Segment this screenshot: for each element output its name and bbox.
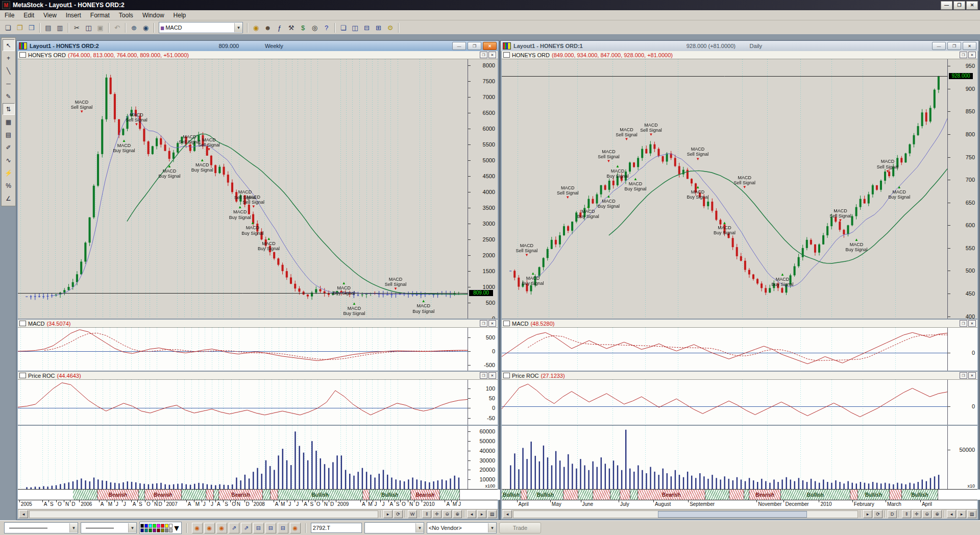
zoom-in-icon[interactable]: ⊕ <box>933 510 942 518</box>
context-help-icon[interactable]: ? <box>321 22 332 33</box>
chart-window-weekly[interactable]: Layout1 - HONEYS ORD:2 809.000 Weekly — … <box>16 40 499 520</box>
pane-restore-button[interactable]: ❐ <box>960 320 967 327</box>
pane-restore-button[interactable]: ❐ <box>480 372 487 379</box>
menu-format[interactable]: Format <box>86 11 114 20</box>
color-swatch[interactable] <box>140 524 144 528</box>
page-right-icon[interactable]: ▸ <box>477 510 486 518</box>
menu-tools[interactable]: Tools <box>114 11 138 20</box>
window-restore-button[interactable]: ❐ <box>468 42 481 50</box>
print-preview-icon[interactable]: ▥ <box>54 22 66 33</box>
layout-list-icon[interactable]: ▤ <box>487 510 497 518</box>
pane-close-button[interactable]: ✕ <box>968 52 976 58</box>
line-weight-combo[interactable]: ▼ <box>81 522 137 533</box>
page-left-icon[interactable]: ◂ <box>947 510 956 518</box>
print-icon[interactable]: ▤ <box>42 22 54 33</box>
color-swatch[interactable] <box>161 524 164 528</box>
page-right-icon[interactable]: ▸ <box>957 510 966 518</box>
macd-axis[interactable]: 5000-500 <box>468 328 498 371</box>
find-binoculars-icon[interactable]: ◎ <box>309 22 321 33</box>
crosshair-icon[interactable]: ⊕ <box>128 22 140 33</box>
chart-window-daily[interactable]: Layout1 - HONEYS ORD:1 928.000 (+81.0000… <box>500 40 979 520</box>
color-swatch[interactable] <box>165 528 168 532</box>
menu-edit[interactable]: Edit <box>19 11 39 20</box>
play-icon[interactable]: ▸ <box>863 510 872 518</box>
open-folder-icon[interactable]: ❐ <box>14 22 26 33</box>
fit-vertical-icon[interactable]: ⇕ <box>902 510 911 518</box>
menu-help[interactable]: Help <box>169 11 191 20</box>
menu-window[interactable]: Window <box>138 11 169 20</box>
window-close-button[interactable]: ✕ <box>963 42 976 50</box>
macd-axis[interactable]: 0 <box>947 328 977 371</box>
trendline-tool[interactable]: ╲ <box>3 65 15 77</box>
color-swatch[interactable] <box>161 528 164 532</box>
undo-icon[interactable]: ↶ <box>111 22 123 33</box>
page-left-icon[interactable]: ◂ <box>467 510 476 518</box>
price-chart[interactable]: MACDSell Signal▼▲MACDBuy SignalMACDSell … <box>502 59 947 319</box>
study-grid-alt-tool[interactable]: ▤ <box>3 129 15 140</box>
color-picker-combo[interactable]: ▼ <box>139 522 182 534</box>
pane-restore-button[interactable]: ❐ <box>480 320 487 327</box>
order-arrows-tool[interactable]: ⇅ <box>3 103 15 115</box>
pane-close-button[interactable]: ✕ <box>488 320 496 327</box>
tile-grid-icon[interactable]: ⊞ <box>373 22 384 33</box>
volume-chart[interactable] <box>18 426 468 489</box>
window-close-button[interactable]: ✕ <box>483 42 497 50</box>
color-swatch[interactable] <box>149 524 152 528</box>
open-chart-icon[interactable]: ⇗ <box>229 523 239 533</box>
indicator-quicklist-combo[interactable]: ▆MACD▼ <box>159 22 243 33</box>
zoom-in-icon[interactable]: ⊕ <box>453 510 462 518</box>
roc-chart[interactable] <box>502 380 947 425</box>
pane-icon[interactable] <box>19 373 26 378</box>
window-minimize-button[interactable]: — <box>932 42 946 50</box>
angle-tool[interactable]: ∠ <box>3 192 15 204</box>
roc-axis[interactable]: 0 <box>947 380 977 425</box>
color-swatch[interactable] <box>157 528 160 532</box>
zigzag-tool[interactable]: ∿ <box>3 154 15 166</box>
news-icon[interactable]: ◉ <box>216 523 227 533</box>
pane-icon[interactable] <box>503 373 510 378</box>
horizontal-line-tool[interactable]: ─ <box>3 78 15 89</box>
date-axis[interactable]: AprilMayJuneJulyAugustSeptemberNovemberD… <box>502 500 977 509</box>
color-swatch[interactable] <box>165 524 168 528</box>
system-tester-icon[interactable]: ⚒ <box>285 22 297 33</box>
menu-insert[interactable]: Insert <box>61 11 86 20</box>
color-swatch[interactable] <box>153 524 156 528</box>
crosshair-tool[interactable]: + <box>3 52 15 64</box>
app-maximize-button[interactable]: ❐ <box>953 1 965 10</box>
menu-file[interactable]: File <box>0 11 19 20</box>
color-swatch[interactable] <box>153 528 156 532</box>
downloader-icon[interactable]: $ <box>297 22 309 33</box>
color-swatch[interactable] <box>157 524 160 528</box>
scroll-left-button[interactable]: ◂ <box>503 510 512 518</box>
pane-icon[interactable] <box>19 52 26 58</box>
layout-list-icon[interactable]: ▤ <box>967 510 976 518</box>
price-chart[interactable]: MACDSell Signal▼MACDSell Signal▼▲MACDBuy… <box>18 59 468 319</box>
expert-advisor-icon[interactable]: ☻ <box>262 22 274 33</box>
macd-chart[interactable] <box>502 328 947 371</box>
tile-vertical-icon[interactable]: ◫ <box>349 22 361 33</box>
pane-close-button[interactable]: ✕ <box>968 320 976 327</box>
pane-icon[interactable] <box>503 52 510 58</box>
window-restore-button[interactable]: ❐ <box>947 42 961 50</box>
percent-tool[interactable]: % <box>3 180 15 191</box>
tile-panel-icon-2[interactable]: ⊟ <box>265 523 276 533</box>
scroll-left-button[interactable]: ◂ <box>19 510 28 518</box>
app-minimize-button[interactable]: — <box>941 1 952 10</box>
pane-icon[interactable] <box>503 321 510 326</box>
pencil-tool[interactable]: ✐ <box>3 141 15 153</box>
paste-icon[interactable]: ▣ <box>94 22 106 33</box>
horizontal-scrollbar[interactable] <box>29 510 378 518</box>
pane-close-button[interactable]: ✕ <box>968 372 976 379</box>
copy-icon[interactable]: ◫ <box>83 22 94 33</box>
save-icon[interactable]: ❒ <box>26 22 37 33</box>
web-online-icon[interactable]: ◉ <box>290 523 301 533</box>
roc-axis[interactable]: 100500-50 <box>468 380 498 425</box>
volume-chart[interactable] <box>502 426 947 489</box>
new-chart-icon[interactable]: ❏ <box>2 22 14 33</box>
color-swatch[interactable] <box>169 524 173 528</box>
study-grid-tool[interactable]: ▦ <box>3 116 15 128</box>
zoom-out-icon[interactable]: ⊖ <box>443 510 452 518</box>
indicator-builder-icon[interactable]: ƒ <box>274 22 285 33</box>
zoom-out-icon[interactable]: ⊖ <box>922 510 932 518</box>
tile-horizontal-icon[interactable]: ⊟ <box>361 22 373 33</box>
